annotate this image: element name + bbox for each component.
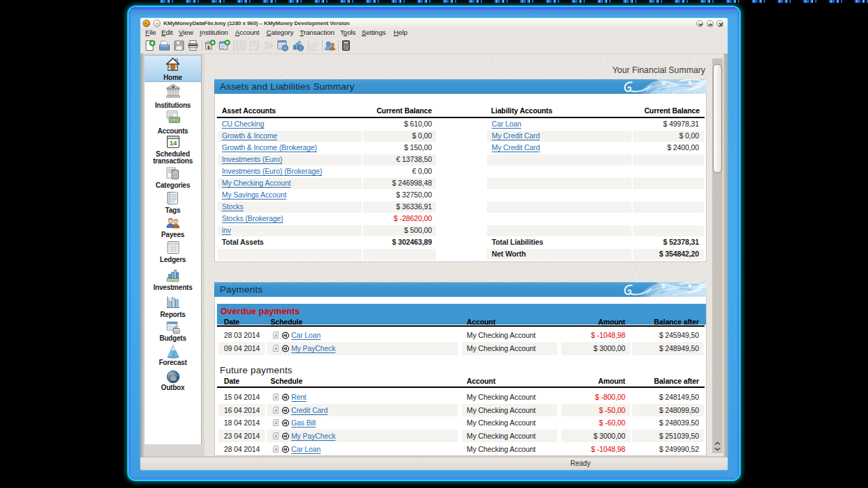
svg-text:14: 14 — [169, 139, 177, 147]
